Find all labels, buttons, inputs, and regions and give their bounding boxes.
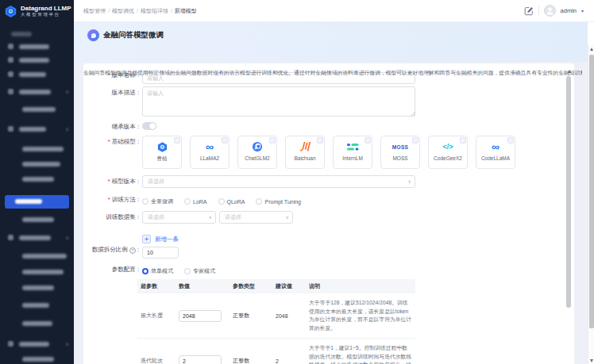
model-card[interactable]: ✓MOSSMOSS <box>380 136 420 169</box>
sidebar-item-text-blur <box>22 357 54 362</box>
username[interactable]: admin <box>561 7 577 14</box>
param-config-option[interactable]: 简单模式 <box>142 266 173 278</box>
model-card[interactable]: ✓ChatGLM2 <box>237 136 277 169</box>
model-card[interactable]: ✓∞LLaMA2 <box>190 136 230 169</box>
model-card-checkbox[interactable]: ✓ <box>412 137 418 144</box>
sidebar-item-icon <box>8 341 14 347</box>
select-placeholder: 请选择 <box>148 214 164 220</box>
question-circle-icon[interactable]: ? <box>129 247 136 254</box>
breadcrumb-item[interactable]: 模型管理 <box>83 8 106 13</box>
compose-icon[interactable] <box>524 6 534 16</box>
train-method-option[interactable]: Prompt Tuning <box>256 196 301 208</box>
sidebar-item-blurred[interactable] <box>0 284 74 293</box>
param-name-cell: 最大长度 <box>137 312 176 320</box>
model-card-checkbox[interactable]: ✓ <box>174 137 180 144</box>
page-scrollbar[interactable] <box>588 45 594 364</box>
sidebar-item-blurred[interactable] <box>0 71 74 80</box>
param-value-input[interactable] <box>179 355 222 364</box>
sidebar-item-blurred[interactable]: ∨ <box>0 234 74 243</box>
model-card-checkbox[interactable]: ✓ <box>460 137 466 144</box>
param-config-option[interactable]: 专家模式 <box>184 266 215 278</box>
chevron-down-icon: ∨ <box>66 89 69 94</box>
model-card-checkbox[interactable]: ✓ <box>364 137 371 144</box>
breadcrumb-item[interactable]: 模型组详情 <box>141 8 168 13</box>
baichuan-strokes-icon: 川 <box>300 140 310 153</box>
scroll-up-icon[interactable] <box>590 48 593 51</box>
param-table-row: 迭代轮次正整数2大于等于1，建议1~5。控制训练过程中数据的迭代次数。模型训练时… <box>137 339 415 364</box>
sidebar-item-blurred[interactable]: ∨ <box>0 340 74 350</box>
sidebar-item-blurred[interactable] <box>0 56 74 66</box>
breadcrumb-item: 新增模型 <box>175 8 197 13</box>
toggle-knob <box>149 123 156 129</box>
model-card[interactable]: ✓川Baichuan <box>285 136 325 169</box>
inherit-version-toggle[interactable] <box>142 122 156 130</box>
sidebar-item-blurred[interactable] <box>0 145 74 155</box>
scrollbar-thumb[interactable] <box>566 76 571 308</box>
sidebar-item-blurred[interactable] <box>0 216 74 225</box>
model-card[interactable]: ✓曹植 <box>142 136 182 169</box>
sidebar-item-blurred[interactable] <box>0 301 74 311</box>
sidebar-item-blurred[interactable] <box>0 30 74 40</box>
model-card-label: InternLM <box>342 155 363 161</box>
radio-unchecked-icon <box>218 198 225 205</box>
model-version-label: 模型版本 <box>83 175 139 187</box>
split-ratio-input[interactable] <box>142 247 179 259</box>
model-card-label: 曹植 <box>157 155 168 163</box>
train-dataset-select-2[interactable]: 请选择 ∨ <box>219 211 293 224</box>
user-avatar[interactable] <box>544 5 556 17</box>
model-card[interactable]: ✓∞CodeLLaMA <box>476 136 515 169</box>
radio-checked-icon <box>142 268 148 274</box>
sidebar-item-blurred[interactable] <box>0 160 74 170</box>
sidebar-item-blurred[interactable]: ∨ <box>0 88 74 98</box>
param-table-header-cell: 超参数 <box>137 282 176 290</box>
sidebar-item-blurred[interactable] <box>0 355 74 364</box>
sidebar-item-text-blur <box>19 342 49 347</box>
model-card-checkbox[interactable]: ✓ <box>269 137 276 144</box>
train-method-option[interactable]: LoRA <box>184 196 207 208</box>
model-card-checkbox[interactable]: ✓ <box>317 137 323 144</box>
page-title: 金融问答模型微调 <box>103 30 164 40</box>
top-bar: 模型管理/模型调优/模型组详情/新增模型 admin ▾ <box>74 0 594 22</box>
breadcrumb-item[interactable]: 模型调优 <box>112 8 134 13</box>
sidebar-item-blurred[interactable] <box>0 175 74 185</box>
logo-hexagon-icon <box>4 5 17 18</box>
form-scrollbar[interactable] <box>566 67 572 362</box>
person-icon <box>545 6 555 16</box>
version-desc-label: 版本描述 <box>83 86 139 98</box>
textarea-resize-handle[interactable] <box>411 111 415 116</box>
sidebar-item-blurred[interactable] <box>0 252 74 262</box>
scroll-down-icon[interactable] <box>590 359 593 362</box>
version-desc-textarea[interactable] <box>142 86 415 117</box>
model-card-label: CodeGeeX2 <box>434 155 462 161</box>
train-method-option[interactable]: QLoRA <box>218 196 245 208</box>
logo-title: Datagrand LLMP <box>21 6 71 13</box>
radio-label: QLoRA <box>227 199 245 205</box>
model-card-checkbox[interactable]: ✓ <box>222 137 228 144</box>
param-value-input[interactable] <box>179 310 222 322</box>
sidebar-item-selected[interactable] <box>5 195 69 209</box>
breadcrumb: 模型管理/模型调优/模型组详情/新增模型 <box>83 7 524 15</box>
sidebar: Datagrand LLMP 大模型管理平台 ∨∨∨∨ <box>0 0 74 364</box>
model-card-label: LLaMA2 <box>200 155 219 161</box>
param-table-header: 超参数数值参数类型建议值说明 <box>137 279 415 293</box>
sidebar-item-blurred[interactable] <box>0 105 74 115</box>
add-row-button[interactable]: ＋ 新增一条 <box>142 235 179 243</box>
chevron-down-icon[interactable]: ▾ <box>581 8 584 13</box>
train-dataset-select-1[interactable]: 请选择 ∨ <box>142 211 216 224</box>
scrollbar-thumb[interactable] <box>589 55 594 328</box>
sidebar-item-text-blur <box>22 217 54 222</box>
sidebar-item-text-blur <box>19 72 46 77</box>
sidebar-item-blurred[interactable]: ∨ <box>0 125 74 135</box>
sidebar-item-blurred[interactable] <box>0 43 74 52</box>
model-card[interactable]: ✓</>CodeGeeX2 <box>428 136 468 169</box>
plus-icon: ＋ <box>142 235 151 243</box>
content-area: 版本名称 版本描述 继承版本 基础模型 ✓曹植✓∞LLaMA2✓ChatGLM2… <box>74 62 588 364</box>
model-card[interactable]: ✓InternLM <box>333 136 372 169</box>
train-method-option[interactable]: 全量微调 <box>142 196 173 208</box>
radio-label: 简单模式 <box>151 267 173 275</box>
radio-label: 专家模式 <box>193 267 215 275</box>
sidebar-item-blurred[interactable] <box>0 268 74 278</box>
model-version-select[interactable]: 请选择 ∨ <box>142 175 415 188</box>
model-card-checkbox[interactable]: ✓ <box>507 137 514 144</box>
sidebar-item-blurred[interactable] <box>0 320 74 329</box>
